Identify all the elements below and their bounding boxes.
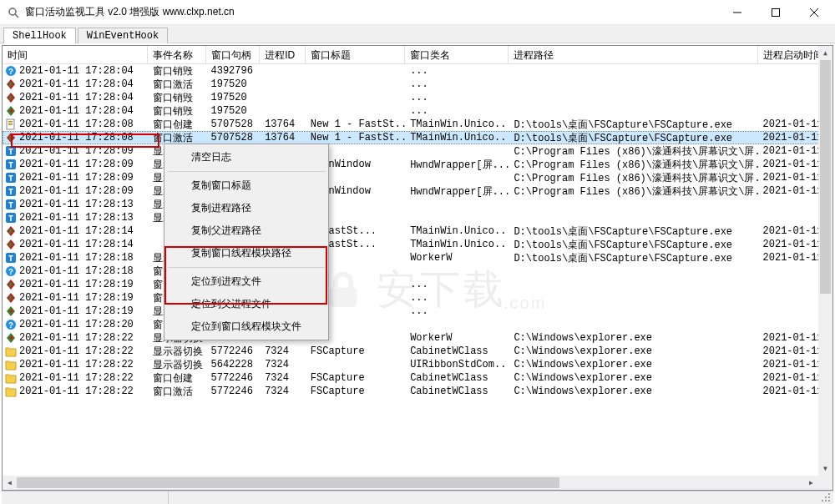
vertical-scrollbar[interactable]: ▲ ▼ bbox=[818, 46, 832, 476]
grid-body[interactable]: ?2021-01-11 17:28:04窗口销毁4392796...2021-0… bbox=[3, 64, 832, 398]
menu-copy-parent-path[interactable]: 复制父进程路径 bbox=[166, 219, 326, 242]
table-row[interactable]: 2021-01-11 17:28:08窗口创建570752813764New 1… bbox=[3, 118, 832, 131]
table-row[interactable]: 2021-01-11 17:28:19显示器切换5706710... bbox=[3, 305, 832, 318]
tab-shellhook[interactable]: ShellHook bbox=[3, 28, 76, 43]
table-row[interactable]: 2021-01-11 17:28:22窗口激活57722467324FSCapt… bbox=[3, 385, 832, 398]
col-path[interactable]: 进程路径 bbox=[509, 46, 757, 63]
cell-time: 2021-01-11 17:28:13 bbox=[19, 199, 134, 210]
cell-time: 2021-01-11 17:28:09 bbox=[19, 172, 134, 184]
table-row[interactable]: 2021-01-11 17:28:19窗口激活5707528... bbox=[3, 278, 832, 291]
col-time[interactable]: 时间 bbox=[3, 46, 148, 63]
cell-time: 2021-01-11 17:28:22 bbox=[19, 359, 134, 370]
menu-copy-title[interactable]: 复制窗口标题 bbox=[166, 174, 326, 197]
table-row[interactable]: T2021-01-11 17:28:18显示WorkerWD:\tools\桌面… bbox=[3, 251, 832, 265]
menu-separator bbox=[168, 171, 325, 172]
table-row[interactable]: T2021-01-11 17:28:09显示reenWindowHwndWrap… bbox=[3, 184, 832, 198]
row-icon bbox=[4, 78, 18, 91]
table-row[interactable]: 2021-01-11 17:28:04窗口销毁197520... bbox=[3, 91, 832, 104]
grid-header: 时间 事件名称 窗口句柄 进程ID 窗口标题 窗口类名 进程路径 进程启动时间 bbox=[3, 46, 832, 64]
menu-copy-path[interactable]: 复制进程路径 bbox=[166, 197, 326, 219]
svg-rect-11 bbox=[8, 124, 13, 125]
row-icon bbox=[4, 104, 18, 118]
menu-copy-thread-module-path[interactable]: 复制窗口线程模块路径 bbox=[166, 242, 326, 265]
cell-time: 2021-01-11 17:28:08 bbox=[19, 118, 134, 130]
resize-grip[interactable] bbox=[820, 491, 833, 504]
cell-hwnd: 5707528 bbox=[206, 132, 261, 144]
menu-locate-process[interactable]: 定位到进程文件 bbox=[166, 270, 326, 293]
cell-class: ... bbox=[405, 305, 509, 317]
col-hwnd[interactable]: 窗口句柄 bbox=[206, 46, 261, 63]
table-row[interactable]: ?2021-01-11 17:28:18窗口销毁8103288 bbox=[3, 265, 832, 278]
svg-point-0 bbox=[9, 8, 16, 15]
cell-event: 窗口激活 bbox=[148, 385, 206, 399]
cell-class: HwndWrapper[屏... bbox=[405, 184, 509, 199]
table-row[interactable]: 2021-01-11 17:28:22显示器切换56422287324UIRib… bbox=[3, 358, 832, 371]
menu-locate-thread-module[interactable]: 定位到窗口线程模块文件 bbox=[166, 315, 326, 338]
svg-line-1 bbox=[15, 14, 18, 18]
table-row[interactable]: T2021-01-11 17:28:13显示 bbox=[3, 198, 832, 211]
svg-text:T: T bbox=[8, 201, 13, 210]
table-row[interactable]: T2021-01-11 17:28:09显示reenWindowHwndWrap… bbox=[3, 158, 832, 171]
close-button[interactable] bbox=[795, 0, 833, 25]
scroll-down-button[interactable]: ▼ bbox=[818, 461, 832, 476]
menu-clear-log[interactable]: 清空日志 bbox=[166, 146, 326, 169]
menu-locate-parent-process[interactable]: 定位到父进程文件 bbox=[166, 293, 326, 315]
table-row[interactable]: ?2021-01-11 17:28:20窗口销毁5707364 bbox=[3, 318, 832, 331]
table-row[interactable]: 2021-01-11 17:28:08窗口激活570752813764New 1… bbox=[3, 131, 832, 144]
maximize-button[interactable] bbox=[757, 0, 795, 25]
cell-path: D:\tools\桌面\FSCapture\FSCapture.exe bbox=[509, 238, 757, 252]
cell-path: C:\Windows\explorer.exe bbox=[509, 386, 757, 397]
svg-rect-33 bbox=[828, 496, 830, 498]
svg-rect-10 bbox=[8, 123, 13, 123]
table-row[interactable]: 2021-01-11 17:28:22窗口创建57722467324FSCapt… bbox=[3, 371, 832, 385]
table-row[interactable]: 2021-01-11 17:28:14- FastSt...TMainWin.U… bbox=[3, 224, 832, 238]
scroll-right-button[interactable]: ▶ bbox=[804, 476, 818, 490]
table-row[interactable]: 2021-01-11 17:28:14- FastSt...TMainWin.U… bbox=[3, 238, 832, 251]
table-row[interactable]: 2021-01-11 17:28:04窗口销毁197520... bbox=[3, 104, 832, 118]
row-icon bbox=[4, 291, 18, 305]
scroll-up-button[interactable]: ▲ bbox=[818, 46, 832, 60]
cell-event: 窗口销毁 bbox=[148, 91, 206, 105]
scroll-thumb-h[interactable] bbox=[17, 477, 559, 488]
cell-path: C:\Program Files (x86)\濠通科技\屏幕识文\屏... bbox=[509, 158, 757, 172]
svg-text:T: T bbox=[8, 214, 13, 224]
cell-class: WorkerW bbox=[405, 332, 509, 344]
svg-rect-35 bbox=[825, 500, 827, 501]
col-pid[interactable]: 进程ID bbox=[260, 46, 306, 63]
cell-time: 2021-01-11 17:28:04 bbox=[19, 92, 134, 103]
titlebar: 窗口活动监视工具 v2.0 增强版 www.clxp.net.cn bbox=[0, 0, 835, 25]
table-row[interactable]: 2021-01-11 17:28:19窗口销毁5707528... bbox=[3, 291, 832, 305]
cell-time: 2021-01-11 17:28:19 bbox=[19, 292, 134, 304]
table-row[interactable]: T2021-01-11 17:28:13显示 bbox=[3, 211, 832, 224]
scroll-left-button[interactable]: ◀ bbox=[3, 476, 17, 490]
cell-time: 2021-01-11 17:28:14 bbox=[19, 225, 134, 237]
table-row[interactable]: T2021-01-11 17:28:09显示C:\Program Files (… bbox=[3, 144, 832, 158]
col-event[interactable]: 事件名称 bbox=[148, 46, 206, 63]
cell-event: 窗口创建 bbox=[148, 371, 206, 386]
svg-text:T: T bbox=[8, 188, 13, 197]
row-icon bbox=[4, 385, 18, 398]
svg-rect-36 bbox=[828, 500, 830, 501]
cell-event: 窗口销毁 bbox=[148, 64, 206, 78]
row-icon: T bbox=[4, 171, 18, 184]
svg-rect-34 bbox=[822, 500, 823, 501]
horizontal-scrollbar[interactable]: ◀ ▶ bbox=[3, 476, 818, 490]
col-class[interactable]: 窗口类名 bbox=[405, 46, 509, 63]
cell-hwnd: 5642228 bbox=[206, 359, 261, 370]
cell-class: ... bbox=[405, 279, 509, 290]
cell-class: UIRibbonStdCom... bbox=[405, 359, 509, 370]
menu-separator bbox=[168, 267, 325, 268]
table-row[interactable]: T2021-01-11 17:28:09显示C:\Program Files (… bbox=[3, 171, 832, 184]
table-row[interactable]: 2021-01-11 17:28:22显示器切换57722467324FSCap… bbox=[3, 345, 832, 358]
svg-rect-31 bbox=[828, 493, 830, 495]
table-row[interactable]: 2021-01-11 17:28:22显示器切换59041367324Worke… bbox=[3, 331, 832, 345]
table-row[interactable]: ?2021-01-11 17:28:04窗口销毁4392796... bbox=[3, 64, 832, 78]
col-title[interactable]: 窗口标题 bbox=[306, 46, 405, 63]
scroll-thumb-v[interactable] bbox=[820, 60, 831, 294]
cell-class: ... bbox=[405, 105, 509, 117]
table-row[interactable]: 2021-01-11 17:28:04窗口激活197520... bbox=[3, 78, 832, 91]
svg-text:T: T bbox=[8, 174, 13, 184]
tab-wineventhook[interactable]: WinEventHook bbox=[78, 28, 168, 43]
minimize-button[interactable] bbox=[718, 0, 757, 25]
cell-path: C:\Program Files (x86)\濠通科技\屏幕识文\屏... bbox=[509, 171, 757, 185]
